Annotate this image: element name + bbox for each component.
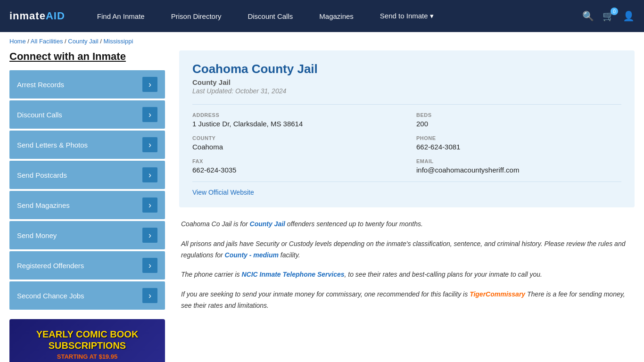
address-label: ADDRESS <box>192 112 397 118</box>
sidebar-item-send-money[interactable]: Send Money › <box>9 221 165 249</box>
sidebar-item-label: Arrest Records <box>17 81 64 89</box>
nav-magazines[interactable]: Magazines <box>306 0 367 32</box>
sidebar-item-label: Send Letters & Photos <box>17 141 88 149</box>
arrow-icon: › <box>142 258 157 273</box>
main-content: Coahoma County Jail County Jail Last Upd… <box>179 50 635 362</box>
arrow-icon: › <box>142 288 157 303</box>
view-website-link[interactable]: View Official Website <box>192 181 621 196</box>
sidebar-item-label: Send Magazines <box>17 201 70 209</box>
sidebar-item-send-letters[interactable]: Send Letters & Photos › <box>9 131 165 159</box>
cart-icon[interactable]: 🛒 0 <box>603 10 614 22</box>
address-block: ADDRESS 1 Justice Dr, Clarksdale, MS 386… <box>192 112 397 128</box>
ncic-link[interactable]: NCIC Inmate Telephone Services <box>241 271 344 278</box>
sidebar: Connect with an Inmate Arrest Records › … <box>9 50 165 362</box>
desc-para-1: Coahoma Co Jail is for County Jail offen… <box>181 219 633 230</box>
sidebar-title: Connect with an Inmate <box>9 50 165 63</box>
desc-3-after: , to see their rates and best-calling pl… <box>345 271 542 278</box>
county-jail-link[interactable]: County Jail <box>250 220 285 228</box>
logo[interactable]: inmateAID <box>9 10 65 22</box>
desc-4-before: If you are seeking to send your inmate m… <box>181 290 470 298</box>
phone-label: PHONE <box>416 135 621 141</box>
county-medium-link[interactable]: County - medium <box>225 251 279 259</box>
ad-subtitle: STARTING AT $19.95 <box>57 353 117 360</box>
sidebar-item-label: Send Postcards <box>17 171 67 179</box>
facility-details: ADDRESS 1 Justice Dr, Clarksdale, MS 386… <box>192 104 621 174</box>
sidebar-item-label: Send Money <box>17 231 57 239</box>
ad-banner[interactable]: YEARLY COMIC BOOKSUBSCRIPTIONS STARTING … <box>9 319 165 362</box>
nav-prison-directory[interactable]: Prison Directory <box>158 0 235 32</box>
sidebar-item-arrest-records[interactable]: Arrest Records › <box>9 70 165 99</box>
breadcrumb-county-jail[interactable]: County Jail <box>68 38 98 45</box>
arrow-icon: › <box>142 107 157 122</box>
facility-card: Coahoma County Jail County Jail Last Upd… <box>179 50 635 207</box>
nav-discount-calls[interactable]: Discount Calls <box>234 0 306 32</box>
beds-block: BEDS 200 <box>416 112 621 128</box>
logo-text: inmateAID <box>9 10 65 22</box>
desc-para-3: The phone carrier is NCIC Inmate Telepho… <box>181 269 633 280</box>
beds-value: 200 <box>416 120 621 128</box>
sidebar-menu: Arrest Records › Discount Calls › Send L… <box>9 70 165 310</box>
main-layout: Connect with an Inmate Arrest Records › … <box>0 50 644 362</box>
sidebar-item-second-chance-jobs[interactable]: Second Chance Jobs › <box>9 281 165 310</box>
arrow-icon: › <box>142 77 157 92</box>
tiger-commissary-link[interactable]: TigerCommissary <box>470 290 525 298</box>
breadcrumb: Home / All Facilities / County Jail / Mi… <box>0 32 644 50</box>
arrow-icon: › <box>142 228 157 243</box>
facility-name: Coahoma County Jail <box>192 62 621 76</box>
county-label: COUNTY <box>192 135 397 141</box>
breadcrumb-home[interactable]: Home <box>9 38 26 45</box>
breadcrumb-state[interactable]: Mississippi <box>103 38 133 45</box>
cart-badge: 0 <box>611 8 618 15</box>
email-value: info@coahomacountysheriff.com <box>416 166 621 174</box>
sidebar-item-discount-calls[interactable]: Discount Calls › <box>9 100 165 129</box>
fax-block: FAX 662-624-3035 <box>192 158 397 174</box>
arrow-icon: › <box>142 167 157 182</box>
desc-para-2: All prisons and jails have Security or C… <box>181 239 633 261</box>
sidebar-item-label: Registered Offenders <box>17 262 84 270</box>
user-icon[interactable]: 👤 <box>623 10 635 22</box>
county-value: Coahoma <box>192 143 397 151</box>
desc-2-after: facility. <box>279 251 300 259</box>
desc-para-4: If you are seeking to send your inmate m… <box>181 289 633 312</box>
fax-value: 662-624-3035 <box>192 166 397 174</box>
facility-type: County Jail <box>192 78 621 86</box>
sidebar-item-send-postcards[interactable]: Send Postcards › <box>9 161 165 189</box>
sidebar-item-registered-offenders[interactable]: Registered Offenders › <box>9 251 165 280</box>
desc-1-after: offenders sentenced up to twenty four mo… <box>285 220 423 228</box>
email-block: EMAIL info@coahomacountysheriff.com <box>416 158 621 174</box>
phone-block: PHONE 662-624-3081 <box>416 135 621 151</box>
navbar: inmateAID Find An Inmate Prison Director… <box>0 0 644 32</box>
email-label: EMAIL <box>416 158 621 164</box>
fax-label: FAX <box>192 158 397 164</box>
navbar-icons: 🔍 🛒 0 👤 <box>582 10 635 22</box>
breadcrumb-all-facilities[interactable]: All Facilities <box>31 38 63 45</box>
sidebar-item-label: Second Chance Jobs <box>17 292 84 300</box>
phone-value: 662-624-3081 <box>416 143 621 151</box>
search-icon[interactable]: 🔍 <box>582 10 594 22</box>
sidebar-item-send-magazines[interactable]: Send Magazines › <box>9 191 165 219</box>
nav-send-to-inmate[interactable]: Send to Inmate ▾ <box>367 0 447 32</box>
address-value: 1 Justice Dr, Clarksdale, MS 38614 <box>192 120 397 128</box>
description-section: Coahoma Co Jail is for County Jail offen… <box>179 219 635 312</box>
navbar-links: Find An Inmate Prison Directory Discount… <box>84 0 582 32</box>
sidebar-item-label: Discount Calls <box>17 111 62 119</box>
county-block: COUNTY Coahoma <box>192 135 397 151</box>
beds-label: BEDS <box>416 112 621 118</box>
nav-find-inmate[interactable]: Find An Inmate <box>84 0 158 32</box>
desc-1-before: Coahoma Co Jail is for <box>181 220 250 228</box>
facility-updated: Last Updated: October 31, 2024 <box>192 87 621 95</box>
desc-3-before: The phone carrier is <box>181 271 241 278</box>
arrow-icon: › <box>142 197 157 213</box>
arrow-icon: › <box>142 137 157 152</box>
ad-title: YEARLY COMIC BOOKSUBSCRIPTIONS <box>36 329 139 351</box>
